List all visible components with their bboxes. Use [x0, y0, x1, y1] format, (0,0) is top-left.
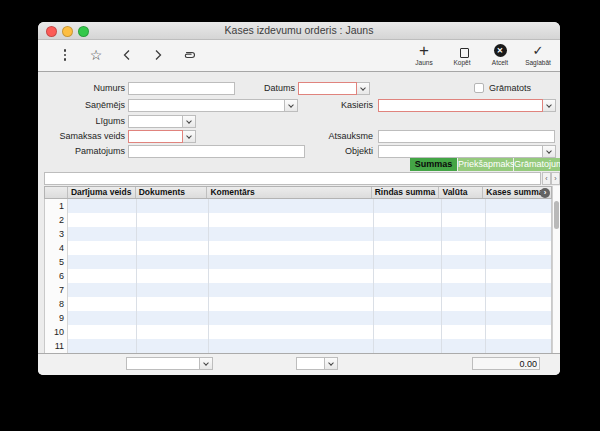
save-button-label: Saglabāt	[525, 59, 551, 66]
app-window: Kases izdevumu orderis : Jauns ☆ + Jauns	[38, 22, 560, 375]
pamatojums-label: Pamatojums	[45, 145, 125, 158]
checkmark-icon: ✓	[533, 44, 544, 58]
column-divider	[373, 199, 374, 353]
numurs-label: Numurs	[45, 82, 125, 95]
title-bar[interactable]: Kases izdevumu orderis : Jauns	[38, 22, 560, 40]
column-header-rindas-summa[interactable]: Rindas summa	[372, 187, 440, 198]
atsauksme-label: Atsauksme	[293, 130, 373, 143]
column-header-darijuma-veids[interactable]: Darījuma veids	[68, 187, 136, 198]
table-body: 1 2 3 4 5 6 7 8 9 10 11	[44, 199, 552, 353]
header-chevron-icon[interactable]: ›	[540, 188, 550, 198]
kasieris-dropdown-button[interactable]	[543, 99, 556, 112]
table-row[interactable]: 11	[45, 339, 551, 353]
atsauksme-input[interactable]	[378, 130, 555, 143]
table-row[interactable]: 5	[45, 255, 551, 269]
pamatojums-input[interactable]	[128, 145, 305, 158]
chevron-down-icon	[360, 85, 366, 91]
row-number: 10	[45, 325, 68, 339]
row-number-column-header	[45, 187, 68, 198]
row-number: 7	[45, 283, 68, 297]
row-number: 8	[45, 297, 68, 311]
kasieris-label: Kasieris	[293, 99, 373, 112]
scroll-right-button[interactable]: ›	[551, 172, 560, 185]
chevron-down-icon	[186, 118, 192, 124]
ligums-dropdown-button[interactable]	[183, 115, 196, 128]
desktop-background: Kases izdevumu orderis : Jauns ☆ + Jauns	[0, 0, 600, 431]
row-number: 5	[45, 255, 68, 269]
footer-valuta-dropdown-button[interactable]	[325, 357, 338, 370]
scroll-left-button[interactable]: ‹	[542, 172, 551, 185]
table-header: Darījuma veids Dokuments Komentārs Rinda…	[44, 186, 552, 199]
chevron-down-icon	[546, 102, 552, 108]
row-number: 6	[45, 269, 68, 283]
samaksas-veids-input[interactable]	[128, 130, 183, 143]
ligums-label: Līgums	[45, 115, 125, 128]
datums-label: Datums	[215, 82, 295, 95]
forward-icon[interactable]	[151, 48, 165, 62]
column-header-valuta[interactable]: Valūta	[439, 187, 483, 198]
tab-gramatojums[interactable]: Grāmatojums	[514, 158, 560, 171]
row-number: 11	[45, 339, 68, 353]
column-divider	[208, 199, 209, 353]
row-number: 3	[45, 227, 68, 241]
kebab-menu-icon[interactable]	[58, 48, 72, 62]
attachment-icon[interactable]	[182, 48, 196, 62]
toolbar: ☆ + Jauns Kopēt ✕	[38, 40, 560, 72]
darijumu-veidi-dropdown-button[interactable]	[200, 357, 213, 370]
zoom-window-button[interactable]	[78, 26, 89, 37]
objekti-dropdown-button[interactable]	[543, 145, 556, 158]
table-row[interactable]: 2	[45, 213, 551, 227]
star-icon[interactable]: ☆	[89, 48, 103, 62]
footer-valuta-input[interactable]	[296, 357, 325, 370]
chevron-down-icon	[186, 133, 192, 139]
scrollbar-thumb[interactable]	[554, 201, 559, 229]
datums-input[interactable]	[298, 82, 357, 95]
minimize-window-button[interactable]	[62, 26, 73, 37]
table-row[interactable]: 6	[45, 269, 551, 283]
gramatots-checkbox[interactable]	[474, 83, 484, 93]
table-row[interactable]: 4	[45, 241, 551, 255]
copy-icon	[460, 48, 469, 58]
objekti-label: Objekti	[293, 145, 373, 158]
paste-special-input[interactable]	[44, 172, 541, 185]
column-header-dokuments[interactable]: Dokuments	[136, 187, 208, 198]
row-number: 9	[45, 311, 68, 325]
save-button[interactable]: ✓ Saglabāt	[522, 43, 554, 66]
samaksas-veids-label: Samaksas veids	[45, 130, 125, 143]
samaksas-veids-dropdown-button[interactable]	[183, 130, 196, 143]
objekti-input[interactable]	[378, 145, 543, 158]
chevron-down-icon	[203, 360, 209, 366]
table-row[interactable]: 3	[45, 227, 551, 241]
kasieris-input[interactable]	[378, 99, 543, 112]
tab-prieksapmaksi[interactable]: Priekšapmaksi	[458, 158, 513, 171]
plus-icon: +	[419, 44, 429, 58]
row-number: 2	[45, 213, 68, 227]
tab-summas[interactable]: Summas	[410, 158, 457, 171]
ligums-input[interactable]	[128, 115, 183, 128]
window-title: Kases izdevumu orderis : Jauns	[38, 22, 560, 39]
table-row[interactable]: 1	[45, 199, 551, 213]
column-divider	[441, 199, 442, 353]
table-row[interactable]: 9	[45, 311, 551, 325]
new-button-label: Jauns	[415, 59, 432, 66]
cancel-button-label: Atcelt	[492, 59, 508, 66]
copy-button[interactable]: Kopēt	[446, 43, 478, 66]
close-window-button[interactable]	[46, 26, 57, 37]
cancel-button[interactable]: ✕ Atcelt	[484, 43, 516, 66]
back-icon[interactable]	[120, 48, 134, 62]
table-row[interactable]: 8	[45, 297, 551, 311]
darijumu-veidi-input[interactable]	[126, 357, 200, 370]
table-row[interactable]: 7	[45, 283, 551, 297]
summa-total-field	[472, 357, 540, 370]
chevron-down-icon	[328, 360, 334, 366]
sanemejs-input[interactable]	[128, 99, 285, 112]
row-number: 4	[45, 241, 68, 255]
datums-dropdown-button[interactable]	[357, 82, 370, 95]
column-header-komentars[interactable]: Komentārs	[207, 187, 371, 198]
new-button[interactable]: + Jauns	[408, 43, 440, 66]
chevron-down-icon	[546, 148, 552, 154]
row-number: 1	[45, 199, 68, 213]
vertical-scrollbar[interactable]	[552, 186, 560, 353]
table-row[interactable]: 10	[45, 325, 551, 339]
gramatots-label: Grāmatots	[489, 82, 531, 94]
